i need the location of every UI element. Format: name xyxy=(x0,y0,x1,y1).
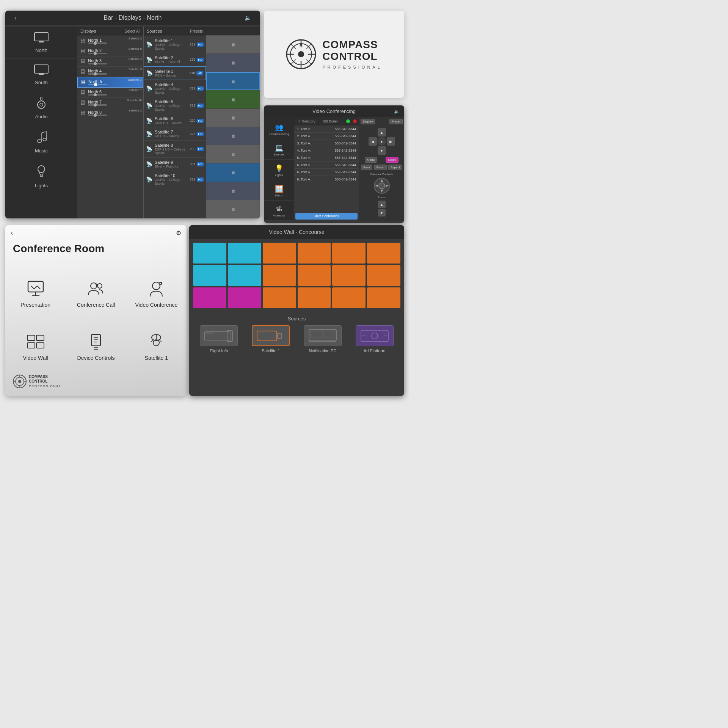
vc-header-vol-icon[interactable]: 🔈 xyxy=(394,109,400,114)
vc-dir-row-3[interactable]: 3. Tom A. 555-342-3344 xyxy=(294,140,359,147)
vw-source-flight-info[interactable]: Flight Info xyxy=(196,325,242,353)
vw-cell-0-0[interactable] xyxy=(193,243,226,264)
select-all-button[interactable]: Select All xyxy=(125,29,140,33)
display-north8[interactable]: 🖥 North 8 Satellite 2 xyxy=(77,108,143,118)
vc-dir-row-2[interactable]: 2. Tom A. 555-342-3344 xyxy=(294,133,359,140)
thumb-5[interactable]: ▦ xyxy=(206,109,260,127)
source-satellite3[interactable]: 📡 Satellite 3 FSN – Soccer 218 HD xyxy=(144,66,206,80)
zoom-in-button[interactable]: ▲ xyxy=(378,201,386,208)
conf-item-satellite1[interactable]: Satellite 1 xyxy=(126,320,187,373)
vw-cell-2-4[interactable] xyxy=(332,287,366,308)
vw-cell-1-0[interactable] xyxy=(193,265,226,286)
vw-cell-1-1[interactable] xyxy=(228,265,261,286)
vc-tab-directory[interactable]: ≡ Directory xyxy=(296,119,317,124)
slider-north2[interactable] xyxy=(88,53,107,54)
vw-source-notification-pc[interactable]: Notification PC xyxy=(300,325,345,353)
preset-button[interactable]: Preset xyxy=(389,119,403,124)
source-satellite9[interactable]: 📡 Satellite 9 SNet – Playoffs 334 HD xyxy=(144,158,206,171)
thumb-4[interactable]: ▦ xyxy=(206,90,260,108)
vw-cell-2-0[interactable] xyxy=(193,287,226,308)
display-north7[interactable]: 🖥 North 7 Satellite 10 xyxy=(77,98,143,108)
vw-cell-1-2[interactable] xyxy=(263,265,296,286)
sidebar-item-north[interactable]: North xyxy=(5,27,77,59)
source-satellite10[interactable]: 📡 Satellite 10 abcHD – College Sports 21… xyxy=(144,171,206,188)
vc-sidebar-projector[interactable]: 📽 Projector xyxy=(264,202,294,221)
vw-cell-2-1[interactable] xyxy=(228,287,261,308)
vc-dir-row-5[interactable]: 5. Tom A. 555-342-3344 xyxy=(294,154,359,162)
source-satellite2[interactable]: 📡 Satellite 2 ESPN – Football 199 HD xyxy=(144,53,206,66)
slider-north3[interactable] xyxy=(88,63,107,64)
zoom-out-button[interactable]: ▼ xyxy=(378,209,386,217)
slider-north7[interactable] xyxy=(88,104,107,106)
vc-tab-dialer[interactable]: ⌨ Dialer xyxy=(321,119,340,124)
thumb-8[interactable]: ▦ xyxy=(206,163,260,182)
sidebar-item-lights[interactable]: Lights xyxy=(5,159,77,194)
vc-dir-row-1[interactable]: 1. Tom A. 555-342-3344 xyxy=(294,126,359,133)
volume-button[interactable]: 🔈 xyxy=(245,15,251,21)
back-button[interactable]: ‹ xyxy=(14,14,17,22)
source-satellite1[interactable]: 📡 Satellite 1 abcHD – College Sports 219… xyxy=(144,36,206,53)
slider-north4[interactable] xyxy=(88,73,107,75)
vc-arrow-down[interactable]: ▼ xyxy=(378,146,386,155)
slider-north5[interactable] xyxy=(88,84,107,85)
display-button[interactable]: Display xyxy=(361,119,375,124)
vw-cell-1-3[interactable] xyxy=(298,265,331,286)
source-satellite6[interactable]: 📡 Satellite 6 CNN HD – NNWS 220 HD xyxy=(144,114,206,127)
menu-button[interactable]: Menu xyxy=(365,157,377,163)
vw-source-satellite1[interactable]: Satellite 1 xyxy=(248,325,293,353)
vc-sidebar-sources[interactable]: 💻 Sources xyxy=(264,141,294,160)
vc-sidebar-conferencing[interactable]: 👥 o Conferencing xyxy=(264,120,294,139)
source-satellite4[interactable]: 📡 Satellite 4 abcHD – College Sports 219… xyxy=(144,80,206,97)
vc-dir-row-4[interactable]: 4. Tom A. 555-342-3344 xyxy=(294,147,359,154)
sidebar-item-audio[interactable]: Audio xyxy=(5,91,77,125)
vw-cell-0-3[interactable] xyxy=(298,243,331,264)
display-north5[interactable]: 🖥 North 5 Satellite 3 xyxy=(77,77,143,88)
thumb-2[interactable]: ▦ xyxy=(206,54,260,72)
vc-sidebar-blinds[interactable]: 🪟 Blinds xyxy=(264,182,294,201)
slider-north1[interactable] xyxy=(88,42,107,44)
vw-cell-1-5[interactable] xyxy=(367,265,400,286)
vw-source-ad-platform[interactable]: Ad Platform xyxy=(352,325,397,353)
vw-cell-2-5[interactable] xyxy=(367,287,400,308)
sidebar-item-music[interactable]: Music xyxy=(5,125,77,159)
back-button[interactable]: Back xyxy=(361,165,372,170)
vc-dir-row-8[interactable]: 6. Tom A. 555-342-3344 xyxy=(294,176,359,183)
source-satellite7[interactable]: 📡 Satellite 7 FX HD – Racing 223 HD xyxy=(144,127,206,141)
vw-cell-0-2[interactable] xyxy=(263,243,296,264)
conf-item-presentation[interactable]: Presentation xyxy=(5,267,66,320)
conf-item-device-controls[interactable]: Device Controls xyxy=(66,320,126,373)
vc-dir-row-7[interactable]: 6. Tom A. 555-342-3344 xyxy=(294,169,359,176)
vw-cell-0-4[interactable] xyxy=(332,243,366,264)
thumb-6[interactable]: ▦ xyxy=(206,127,260,145)
vw-cell-0-5[interactable] xyxy=(367,243,400,264)
conf-item-video-conference[interactable]: Video Conference xyxy=(126,267,187,320)
reset-button[interactable]: Reset xyxy=(374,165,387,170)
vw-cell-1-4[interactable] xyxy=(332,265,366,286)
aspect-button[interactable]: Aspect xyxy=(388,165,402,170)
thumb-3[interactable]: ▦ xyxy=(206,72,260,90)
camera-pan-icon[interactable] xyxy=(373,177,390,194)
start-conference-button[interactable]: Start Conference xyxy=(295,213,358,220)
thumb-1[interactable]: ▦ xyxy=(206,36,260,54)
slider-north6[interactable] xyxy=(88,94,107,96)
display-north2[interactable]: 🖥 North 2 Satellite 8 xyxy=(77,46,143,56)
media-button[interactable]: Media xyxy=(386,157,399,163)
vc-arrow-left[interactable]: ◀ xyxy=(369,137,377,146)
source-satellite5[interactable]: 📡 Satellite 5 abcHD – College Sports 219… xyxy=(144,97,206,114)
conf-settings-button[interactable]: ⚙ xyxy=(176,229,181,237)
sidebar-item-south[interactable]: South xyxy=(5,59,77,91)
conf-item-conference-call[interactable]: Conference Call xyxy=(66,267,126,320)
thumb-10[interactable]: ▦ xyxy=(206,200,260,218)
vc-arrow-up[interactable]: ▲ xyxy=(378,128,386,136)
vw-cell-2-3[interactable] xyxy=(298,287,331,308)
vc-sidebar-lights[interactable]: 💡 Lights xyxy=(264,161,294,180)
vc-dir-row-6[interactable]: 6. Tom A. 555-342-3344 xyxy=(294,162,359,169)
display-north3[interactable]: 🖥 North 3 Satellite 4 xyxy=(77,56,143,67)
vw-cell-2-2[interactable] xyxy=(263,287,296,308)
thumb-9[interactable]: ▦ xyxy=(206,182,260,200)
vc-arrow-right[interactable]: ▶ xyxy=(387,137,395,146)
display-north4[interactable]: 🖥 North 4 Satellite 9 xyxy=(77,67,143,77)
thumb-7[interactable]: ▦ xyxy=(206,145,260,163)
slider-north8[interactable] xyxy=(88,115,107,116)
source-satellite8[interactable]: 📡 Satellite 8 ESPN HD – College Sports 2… xyxy=(144,141,206,158)
